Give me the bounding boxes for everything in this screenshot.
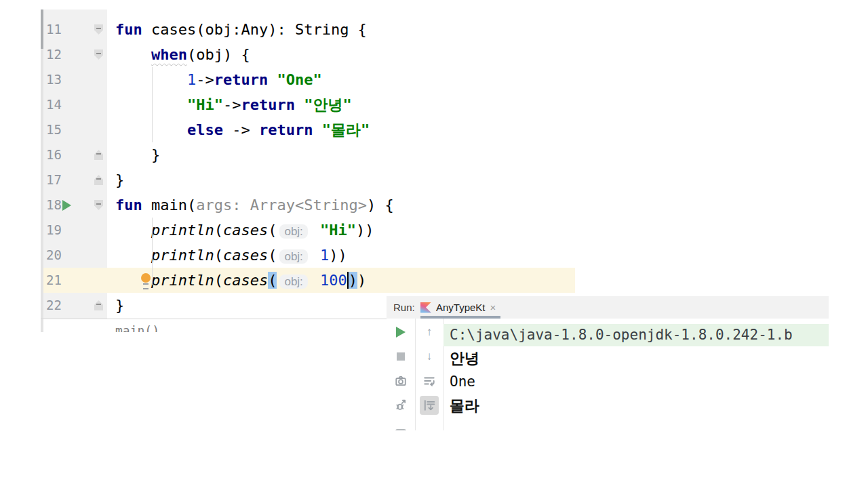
- tab-close-icon[interactable]: ×: [490, 302, 496, 313]
- code-token: }: [115, 146, 160, 163]
- line-number[interactable]: 13: [46, 67, 71, 92]
- line-number[interactable]: 21: [46, 268, 71, 293]
- code-token: else: [187, 121, 223, 138]
- code-text: fun cases(obj:Any): String {: [115, 17, 367, 42]
- code-line[interactable]: 14 "Hi"->return "안녕": [41, 92, 575, 117]
- code-token: when: [151, 46, 187, 63]
- code-token: }: [115, 171, 124, 188]
- code-text: println(cases(obj: 100)): [115, 268, 366, 294]
- line-number[interactable]: 16: [46, 142, 71, 167]
- fold-marker-icon[interactable]: [94, 200, 103, 210]
- line-number[interactable]: 11: [46, 17, 71, 42]
- code-line[interactable]: 13 1->return "One": [41, 67, 575, 92]
- code-text: }: [115, 167, 124, 192]
- soft-wrap-icon[interactable]: [420, 371, 439, 390]
- down-arrow-icon[interactable]: ↓: [420, 347, 439, 366]
- line-number[interactable]: 14: [46, 92, 71, 117]
- code-line[interactable]: 11fun cases(obj:Any): String {: [41, 17, 575, 42]
- line-number[interactable]: 20: [46, 243, 71, 268]
- code-token: [115, 272, 151, 289]
- run-line-icon[interactable]: [62, 200, 71, 211]
- code-token: "Hi": [187, 96, 223, 113]
- code-token: cases: [223, 222, 268, 239]
- console-line: C:\java\java-1.8.0-openjdk-1.8.0.242-1.b: [443, 324, 829, 346]
- code-line[interactable]: 12 when(obj) {: [41, 42, 575, 67]
- code-token: [115, 222, 151, 239]
- code-line[interactable]: 17}: [41, 167, 575, 192]
- code-line[interactable]: 20 println(cases(obj: 1)): [41, 243, 575, 268]
- code-token: "몰라": [322, 121, 370, 138]
- fold-marker-icon[interactable]: [94, 150, 103, 160]
- code-token: fun: [115, 197, 151, 214]
- code-token: 1: [320, 247, 329, 264]
- fold-marker-icon[interactable]: [94, 49, 103, 60]
- code-editor[interactable]: 11fun cases(obj:Any): String {12 when(ob…: [41, 9, 575, 332]
- code-token: "Hi": [320, 222, 356, 239]
- print-icon[interactable]: [420, 420, 439, 430]
- line-number[interactable]: 15: [46, 117, 71, 142]
- code-token: return: [214, 71, 268, 88]
- code-token: [313, 121, 321, 138]
- code-text: when(obj) {: [115, 42, 250, 67]
- code-text: println(cases(obj: "Hi")): [115, 218, 374, 244]
- line-number[interactable]: 17: [46, 167, 71, 192]
- up-arrow-icon[interactable]: ↑: [420, 323, 439, 342]
- console-line: 안녕: [443, 346, 829, 370]
- code-token: )): [356, 222, 374, 239]
- code-token: ): [357, 272, 366, 289]
- line-number[interactable]: 19: [46, 218, 71, 243]
- code-token: "One": [277, 71, 321, 88]
- code-token: [311, 247, 320, 264]
- code-line[interactable]: 21 println(cases(obj: 100)): [41, 268, 575, 293]
- code-token: [115, 247, 151, 264]
- param-hint-chip: obj:: [279, 249, 307, 264]
- code-token: [115, 46, 151, 63]
- line-number[interactable]: 12: [46, 42, 71, 67]
- code-text: 1->return "One": [115, 67, 322, 92]
- console-line: 몰라: [443, 394, 829, 418]
- partial-frame-icon[interactable]: [391, 420, 410, 430]
- code-line[interactable]: 18fun main(args: Array<String>) {: [41, 192, 575, 218]
- run-toolbar-left: [387, 323, 415, 430]
- run-tool-window: Run: AnyTypeKt × ↑↓ C:\java\java-1.8.0-o…: [387, 296, 829, 430]
- code-line[interactable]: 16 }: [41, 142, 575, 167]
- scroll-to-end-icon[interactable]: [420, 396, 439, 415]
- code-token: 100: [320, 272, 347, 289]
- code-line[interactable]: 15 else -> return "몰라": [41, 117, 575, 142]
- fold-marker-icon[interactable]: [94, 24, 103, 35]
- code-token: ->: [223, 96, 241, 113]
- code-token: (: [268, 222, 277, 239]
- code-token: (: [268, 272, 277, 289]
- breadcrumb[interactable]: main(): [115, 319, 159, 332]
- code-text: println(cases(obj: 1)): [115, 243, 347, 269]
- code-token: cases(obj:Any): String {: [151, 21, 367, 38]
- fold-marker-icon[interactable]: [94, 300, 103, 310]
- code-token: [311, 222, 320, 239]
- code-token: [115, 71, 187, 88]
- stop-icon[interactable]: [391, 347, 410, 366]
- code-token: [295, 96, 304, 113]
- code-token: ->: [223, 121, 259, 138]
- screenshot-canvas: 11fun cases(obj:Any): String {12 when(ob…: [0, 0, 868, 488]
- run-toolbar-nav: ↑↓: [415, 323, 443, 430]
- code-token: println: [151, 222, 214, 239]
- code-token: (obj) {: [187, 46, 250, 63]
- thread-dump-icon[interactable]: [391, 371, 410, 390]
- indent-guide: [152, 67, 153, 142]
- code-token: args: Array<String>: [196, 197, 367, 214]
- run-console[interactable]: C:\java\java-1.8.0-openjdk-1.8.0.242-1.b…: [443, 319, 829, 430]
- code-text: }: [115, 293, 124, 318]
- tab-name: AnyTypeKt: [436, 302, 486, 313]
- param-hint-chip: obj:: [279, 224, 307, 239]
- code-line[interactable]: 19 println(cases(obj: "Hi")): [41, 218, 575, 243]
- code-token: ) {: [367, 197, 394, 214]
- console-line: One: [443, 370, 829, 394]
- rerun-icon[interactable]: [391, 323, 410, 342]
- fold-marker-icon[interactable]: [94, 175, 103, 185]
- param-hint-chip: obj:: [279, 274, 307, 289]
- code-token: ->: [196, 71, 214, 88]
- line-number[interactable]: 22: [46, 293, 71, 318]
- code-token: )): [329, 247, 347, 264]
- rerun-failed-icon[interactable]: [391, 396, 410, 415]
- code-token: return: [259, 121, 313, 138]
